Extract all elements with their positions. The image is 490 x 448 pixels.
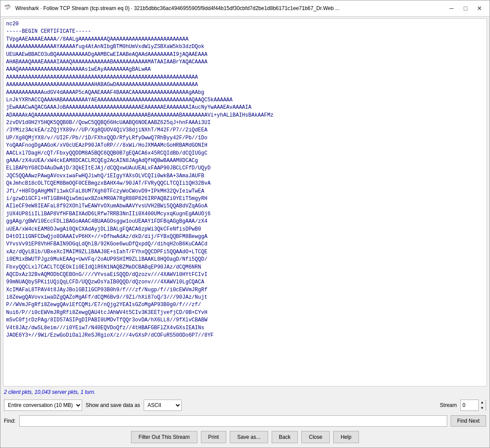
- content-line: uUEA/xW4ckEAM8DJwgAi0QkCXAdAyjDLlBALgFQA…: [6, 226, 484, 233]
- content-line: JQC5QQAAwzPAwgAVovxiwaFwHQJiwhQ/1EIgyYAX…: [6, 172, 484, 180]
- content-line: ADAAAAkAQAAAAAAAAAAAAAAAAAAAAAAAAAAAAAAA…: [6, 112, 484, 119]
- content-line: i/gzwDlGCFl+HTlGBH4Qiw5miwxBZokMR0A7RgR8…: [6, 195, 484, 203]
- content-line: P//WVmJFgRfi8ZewgQAvlEfCQMi/E7/nQjg2YEAI…: [6, 301, 484, 309]
- content-line: AQCDxAz32BvAQMODbCQEBOnG////VYvsaEiSQQD/…: [6, 271, 484, 279]
- show-save-label: Show and save data as: [86, 402, 140, 408]
- format-dropdown[interactable]: ASCIIHex DumpC ArraysRawUTF-8YAML: [144, 400, 182, 411]
- content-line: D4tOIl1GNFCDwQjo8OAAAIvP6HX+//+DfhwAdAz/…: [6, 233, 484, 241]
- content-line: i0EMixBWUTPJgz0MukEAAg+UwVFq/2oAUP9SHIM9…: [6, 256, 484, 263]
- minimize-button[interactable]: ─: [445, 3, 458, 14]
- stream-up-button[interactable]: ▲: [479, 400, 486, 405]
- content-line: nc20: [6, 21, 484, 28]
- filter-out-stream-button[interactable]: Filter Out This Stream: [131, 431, 197, 443]
- content-line: V4t8JAz/dwSL8eim///i0YEiw7/N40EQVDoQfz//…: [6, 324, 484, 332]
- content-line: AIleCF9eW8IEAFaL8f92XOhlTwEAWYvOXumAbwAA…: [6, 203, 484, 210]
- content-line: JfL/+H8FDgAHgMNTi1wkCFaL8UM7Xgh0TFczyWoC…: [6, 188, 484, 195]
- close-button[interactable]: Close: [301, 431, 330, 443]
- stream-down-button[interactable]: ▼: [479, 405, 486, 411]
- window-controls: ─ □ ✕: [445, 3, 486, 14]
- help-button[interactable]: Help: [333, 431, 359, 443]
- find-next-button[interactable]: Find Next: [451, 415, 486, 427]
- content-line: XcIMAFaL8TPAV4t8JAyJBolGBIlGCP93B0h9/f//…: [6, 286, 484, 294]
- content-line: AAAAAAAAAAAAudGV4dAAAAP5cAQAAEAAAF4BAAAC…: [6, 89, 484, 96]
- content-line: mSvC0fjrDzPAg/8ID57ASIPgDIPABI0UMDvTfQQr…: [6, 317, 484, 324]
- content-line: 2zvDV1d0H2Y5HQK5QQB0B//QowC5QQBQб6HcUAAB…: [6, 119, 484, 127]
- print-button[interactable]: Print: [201, 431, 227, 443]
- content-line: UEUAAEwBBACO3uBQAAAAAAAAAADgAAMBCwEIAABe…: [6, 51, 484, 59]
- content-line: JAOE6Y3+//9Wi/EzwGoDiOalJReSJRgioX/z///4…: [6, 332, 484, 339]
- stream-spinner-buttons: ▲ ▼: [478, 400, 486, 411]
- content-line: AAAAAAAAAAAAAAAAAAAAAAAAAAAAHABAGwDAAAAA…: [6, 81, 484, 89]
- stream-spinner[interactable]: 0 ▲ ▼: [460, 400, 486, 411]
- content-line: -----BEGIN CERTIFICATE-----: [6, 28, 484, 35]
- stream-input[interactable]: 0: [461, 400, 478, 410]
- content-line: gAAA/zX4uUEA/xW4ckEAM8DCACLRCQEg2AcAIN8J…: [6, 157, 484, 165]
- main-window: 🦈 Wireshark · Follow TCP Stream (tcp.str…: [0, 0, 490, 448]
- content-line: jEwAAACwAQACGAAAJoBAAAAAAAAAAAAAAAAAAAAA…: [6, 104, 484, 111]
- toolbar-row: Entire conversation (10 MB) Show and sav…: [0, 397, 490, 414]
- close-window-button[interactable]: ✕: [473, 3, 486, 14]
- content-line: Nui6/P//i0cEWVmJRgRfi8ZewgQAU4tcJAhWV4t5…: [6, 309, 484, 317]
- content-line: xAz/dQyLBlb/UBxeXcIMAIM9ZLlBAAJ0E+sIahT/…: [6, 248, 484, 256]
- back-button[interactable]: Back: [272, 431, 298, 443]
- content-line: i8ZewgQAVovxiwaDZgQAZoMgAFf/dCQM6Bv9//9Z…: [6, 294, 484, 301]
- maximize-button[interactable]: □: [459, 3, 472, 14]
- save-as-button[interactable]: Save as...: [230, 431, 268, 443]
- content-line: AAAQAAAAAAAAAAAAAAAAAAAAAs1wEAyAAAAAAAAg…: [6, 66, 484, 73]
- status-bar: 2 client pkts, 10,043 server pkts, 1 tur…: [0, 388, 490, 397]
- content-line: ELlBAPbYG8CD4AuDwAjD/3QkEItEJAj/dCQQxwUA…: [6, 165, 484, 172]
- title-bar: 🦈 Wireshark · Follow TCP Stream (tcp.str…: [0, 0, 490, 17]
- stream-label: Stream: [440, 402, 457, 408]
- content-line: YoQAAFnogDgAAGoK/xV0cUEAzP90JAToRP///8xW…: [6, 142, 484, 149]
- tcp-stream-content[interactable]: nc20-----BEGIN CERTIFICATE-----TVpgAAEAA…: [3, 18, 487, 386]
- content-line: /3YMiz3AckEA/zZQjYX89v//UP/Xg8QUOV4QiV38…: [6, 127, 484, 134]
- app-icon: 🦈: [4, 4, 13, 13]
- bottom-row: Filter Out This Stream Print Save as... …: [0, 428, 490, 448]
- content-line: LnJkYXRhACCQAAAHABAAAAAAAAYAEAAAAAAAAAAA…: [6, 96, 484, 104]
- content-line: jUX4UP81iILlBAP8VfHFBAIXAdD6LRfw7RRB3NnI…: [6, 210, 484, 218]
- content-line: AACLxl7DagH/cQT/FbxyQQDDM8A5BQC6QQB0B7gE…: [6, 150, 484, 157]
- find-input[interactable]: [19, 415, 447, 427]
- content-line: VYvsVv91EP8VhHFBAIN9DGqLdQhlB/92KGoe6wuD…: [6, 241, 484, 248]
- window-title: Wireshark · Follow TCP Stream (tcp.strea…: [15, 5, 442, 11]
- content-line: TVpgAAEAAAAEAAAA//8AALgAAAAAAAAAQAAAAAAA…: [6, 36, 484, 43]
- find-row: Find: Find Next: [0, 414, 490, 428]
- status-text: 2 client pkts, 10,043 server pkts, 1 tur…: [4, 389, 95, 395]
- content-line: QkJmhcB18cOLTCQEM8BmOQF0CEBmgzxBAHX4w/90…: [6, 180, 484, 187]
- content-line: AHABAAAQAAAEAAAAIAAAQAAAAAAAAAAAABAAAAAA…: [6, 59, 484, 66]
- content-line: FbxyQQCLxl7CACLTCQEOkIi0EIdQlR6N1NAQBZMв…: [6, 264, 484, 271]
- content-line: ggAAg/gBWVl0EccFDLlBAGoAAAC4BUAAGOsggw1o…: [6, 218, 484, 225]
- content-line: UP/Xg8QMjYX8/v//UI2F/Pb//1D/FXhxQQD/RfyL…: [6, 134, 484, 142]
- content-line: AAAAAAAAAAAAAAAAYAAAAAfug4AtAnNIbgBTM0hU…: [6, 43, 484, 51]
- content-line: AAAAAAAAAAAAAAAAAAAAAAAAAAAAAAAAAAAAAAAA…: [6, 74, 484, 81]
- content-line: 99mNUAQbySPKi1UQiQqLCFD/UQQzwOsYaIB0QQD/…: [6, 279, 484, 286]
- conversation-dropdown[interactable]: Entire conversation (10 MB): [4, 400, 82, 411]
- find-label: Find:: [4, 418, 16, 424]
